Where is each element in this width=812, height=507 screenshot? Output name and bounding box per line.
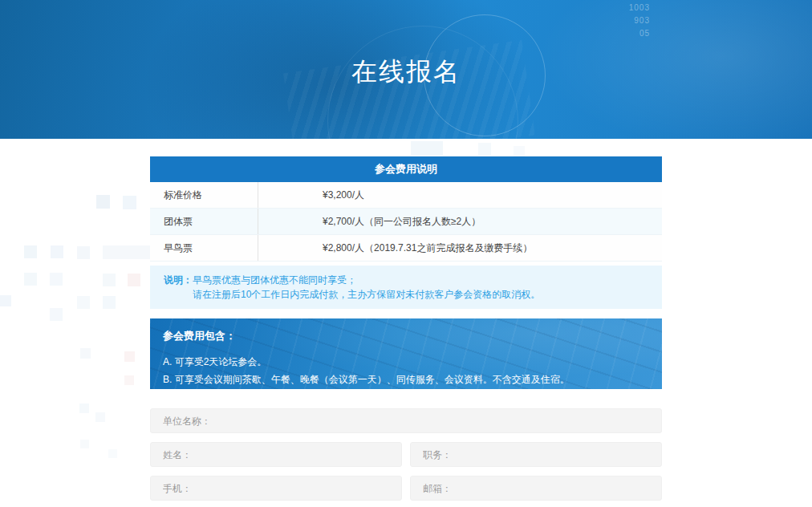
deco-square <box>514 146 525 157</box>
includes-title: 参会费用包含： <box>163 329 649 343</box>
deco-square <box>24 273 37 286</box>
deco-square <box>50 273 63 286</box>
deco-square <box>124 351 135 362</box>
deco-square <box>77 296 90 309</box>
deco-square <box>0 295 11 306</box>
deco-square <box>103 274 116 286</box>
fee-table: 参会费用说明 标准价格 ¥3,200/人 团体票 ¥2,700/人（同一公司报名… <box>150 156 662 262</box>
deco-square <box>108 449 117 458</box>
page-banner: 1003 903 05 在线报名 <box>0 0 812 139</box>
deco-square <box>50 308 63 321</box>
note-label: 说明： <box>164 274 193 286</box>
note-text: 请在注册后10个工作日内完成付款，主办方保留对未付款客户参会资格的取消权。 <box>164 287 649 302</box>
deco-square <box>123 196 136 209</box>
fee-row-value: ¥2,800/人（2019.7.31之前完成报名及缴费手续） <box>258 235 662 261</box>
name-input[interactable] <box>150 442 402 467</box>
deco-square <box>79 404 89 413</box>
deco-square <box>24 245 37 258</box>
note-line: 说明：早鸟票优惠与团体优惠不能同时享受； <box>164 273 649 287</box>
deco-square <box>103 245 152 259</box>
fee-table-row: 早鸟票 ¥2,800/人（2019.7.31之前完成报名及缴费手续） <box>150 235 662 262</box>
deco-square <box>411 141 443 156</box>
email-input[interactable] <box>410 476 662 501</box>
banner-background-numbers: 1003 903 05 <box>562 2 650 40</box>
deco-square <box>80 440 89 448</box>
deco-square <box>51 245 63 258</box>
fee-row-label: 团体票 <box>150 209 258 234</box>
registration-form <box>150 408 662 507</box>
company-name-input[interactable] <box>150 408 662 433</box>
deco-square <box>124 375 134 385</box>
deco-square <box>478 143 491 156</box>
includes-item: A. 可享受2天论坛参会。 <box>163 353 649 371</box>
fee-table-header: 参会费用说明 <box>150 156 662 182</box>
deco-square <box>95 412 105 422</box>
deco-square <box>128 274 140 286</box>
fee-row-label: 标准价格 <box>150 182 258 208</box>
includes-item: B. 可享受会议期间茶歇、午餐、晚餐（会议第一天）、同传服务、会议资料。不含交通… <box>163 371 649 388</box>
page-title: 在线报名 <box>0 55 812 90</box>
note-box: 说明：早鸟票优惠与团体优惠不能同时享受； 请在注册后10个工作日内完成付款，主办… <box>150 266 662 309</box>
deco-square <box>80 348 91 359</box>
includes-box: 参会费用包含： A. 可享受2天论坛参会。 B. 可享受会议期间茶歇、午餐、晚餐… <box>150 318 662 389</box>
fee-row-value: ¥3,200/人 <box>258 182 662 208</box>
fee-row-label: 早鸟票 <box>150 235 258 261</box>
fee-table-row: 团体票 ¥2,700/人（同一公司报名人数≥2人） <box>150 209 662 235</box>
deco-square <box>96 195 110 209</box>
mobile-input[interactable] <box>150 476 402 501</box>
position-input[interactable] <box>410 442 662 467</box>
fee-row-value: ¥2,700/人（同一公司报名人数≥2人） <box>258 209 662 234</box>
note-text: 早鸟票优惠与团体优惠不能同时享受； <box>193 274 356 286</box>
deco-square <box>77 246 90 259</box>
fee-table-row: 标准价格 ¥3,200/人 <box>150 182 662 209</box>
deco-square <box>103 296 116 309</box>
